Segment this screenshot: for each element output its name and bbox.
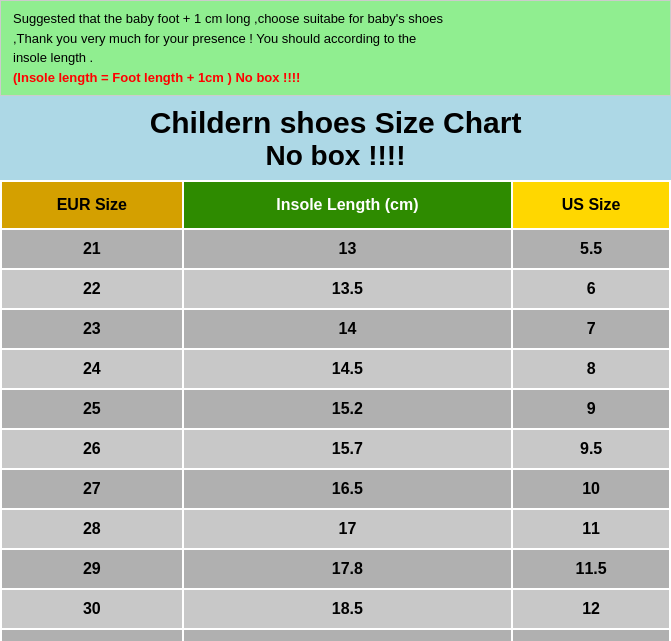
table-row: 2716.510 [1, 469, 670, 509]
cell-us: 9.5 [512, 429, 670, 469]
cell-insole: 13.5 [183, 269, 513, 309]
cell-eur: 24 [1, 349, 183, 389]
cell-us: 13 [512, 629, 670, 641]
cell-us: 12 [512, 589, 670, 629]
title-box: Childern shoes Size Chart No box !!!! [0, 96, 671, 180]
cell-insole: 14 [183, 309, 513, 349]
table-row: 311913 [1, 629, 670, 641]
cell-us: 9 [512, 389, 670, 429]
table-header-row: EUR Size Insole Length (cm) US Size [1, 181, 670, 229]
cell-eur: 23 [1, 309, 183, 349]
cell-eur: 30 [1, 589, 183, 629]
table-row: 23147 [1, 309, 670, 349]
table-row: 2213.56 [1, 269, 670, 309]
header-insole: Insole Length (cm) [183, 181, 513, 229]
cell-eur: 29 [1, 549, 183, 589]
cell-us: 7 [512, 309, 670, 349]
intro-text-3: insole length . [13, 50, 93, 65]
cell-eur: 27 [1, 469, 183, 509]
header-eur: EUR Size [1, 181, 183, 229]
cell-insole: 13 [183, 229, 513, 269]
cell-us: 10 [512, 469, 670, 509]
cell-eur: 31 [1, 629, 183, 641]
cell-insole: 18.5 [183, 589, 513, 629]
table-row: 3018.512 [1, 589, 670, 629]
intro-text-2: ,Thank you very much for your presence !… [13, 31, 416, 46]
table-row: 281711 [1, 509, 670, 549]
cell-us: 6 [512, 269, 670, 309]
cell-insole: 15.7 [183, 429, 513, 469]
chart-title-line1: Childern shoes Size Chart [0, 106, 671, 140]
header-us: US Size [512, 181, 670, 229]
table-row: 2414.58 [1, 349, 670, 389]
cell-us: 8 [512, 349, 670, 389]
intro-text-1: Suggested that the baby foot + 1 cm long… [13, 11, 443, 26]
size-chart-table: EUR Size Insole Length (cm) US Size 2113… [0, 180, 671, 641]
chart-title-line2: No box !!!! [0, 140, 671, 172]
cell-us: 5.5 [512, 229, 670, 269]
cell-insole: 14.5 [183, 349, 513, 389]
cell-insole: 16.5 [183, 469, 513, 509]
cell-insole: 17 [183, 509, 513, 549]
intro-section: Suggested that the baby foot + 1 cm long… [0, 0, 671, 96]
cell-eur: 26 [1, 429, 183, 469]
intro-text-4: (Insole length = Foot length + 1cm ) No … [13, 70, 300, 85]
cell-insole: 17.8 [183, 549, 513, 589]
cell-eur: 21 [1, 229, 183, 269]
cell-eur: 28 [1, 509, 183, 549]
cell-insole: 15.2 [183, 389, 513, 429]
cell-insole: 19 [183, 629, 513, 641]
cell-us: 11 [512, 509, 670, 549]
cell-eur: 25 [1, 389, 183, 429]
cell-eur: 22 [1, 269, 183, 309]
table-row: 21135.5 [1, 229, 670, 269]
table-row: 2917.811.5 [1, 549, 670, 589]
table-row: 2515.29 [1, 389, 670, 429]
cell-us: 11.5 [512, 549, 670, 589]
table-row: 2615.79.5 [1, 429, 670, 469]
